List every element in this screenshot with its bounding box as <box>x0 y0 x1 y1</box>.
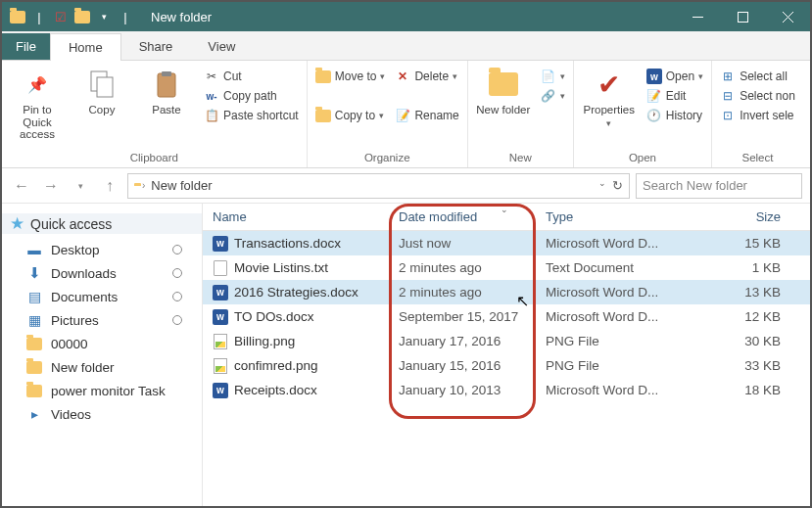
file-type: Microsoft Word D... <box>536 285 693 300</box>
sidebar-item-videos[interactable]: ▸Videos <box>2 402 202 426</box>
back-button[interactable]: ← <box>10 174 33 198</box>
sidebar-item-label: Downloads <box>51 266 117 281</box>
table-row[interactable]: wTO DOs.docxSeptember 15, 2017Microsoft … <box>203 304 810 329</box>
col-name[interactable]: Name <box>203 209 389 224</box>
paste-button[interactable]: Paste <box>139 65 194 116</box>
table-row[interactable]: wReceipts.docxJanuary 10, 2013Microsoft … <box>203 378 810 402</box>
col-size[interactable]: Size <box>693 209 810 224</box>
invert-selection-button[interactable]: ⊡Invert sele <box>720 108 795 123</box>
file-menu[interactable]: File <box>2 33 50 60</box>
word-icon: w <box>646 69 662 84</box>
table-row[interactable]: Billing.pngJanuary 17, 2016PNG File30 KB <box>203 329 810 353</box>
sidebar-quick-access[interactable]: ★ Quick access <box>2 213 202 234</box>
ribbon-group-open: ✔ Properties▾ wOpen ▾ 📝Edit 🕐History Ope… <box>574 61 712 167</box>
file-name: TO DOs.docx <box>234 309 314 324</box>
open-button[interactable]: wOpen ▾ <box>646 69 703 84</box>
copy-to-button[interactable]: Copy to ▾ <box>315 108 386 123</box>
sidebar-item-documents[interactable]: ▤Documents <box>2 285 202 308</box>
chevron-down-icon: ▾ <box>560 71 565 81</box>
new-folder-icon <box>488 69 519 100</box>
table-row[interactable]: confimred.pngJanuary 15, 2016PNG File33 … <box>203 353 810 378</box>
chevron-down-icon: ▾ <box>698 71 703 81</box>
col-type[interactable]: Type <box>536 209 693 224</box>
qat-dropdown[interactable]: ▾ <box>94 7 114 26</box>
cut-button[interactable]: ✂Cut <box>204 69 299 84</box>
breadcrumb[interactable]: New folder <box>151 178 212 193</box>
cut-icon: ✂ <box>204 69 219 84</box>
window-title: New folder <box>151 10 212 24</box>
svg-rect-5 <box>97 77 113 97</box>
folder-icon <box>25 383 43 398</box>
paste-shortcut-button[interactable]: 📋Paste shortcut <box>204 108 299 123</box>
column-headers: Name Date modified ⌄ Type Size <box>203 204 810 231</box>
edit-button[interactable]: 📝Edit <box>646 88 703 104</box>
svg-rect-0 <box>693 17 703 18</box>
minimize-button[interactable] <box>675 2 720 31</box>
table-row[interactable]: wTransactions.docxJust nowMicrosoft Word… <box>203 231 810 255</box>
recent-dropdown[interactable]: ▾ <box>69 174 92 198</box>
copy-path-button[interactable]: w-Copy path <box>204 88 299 104</box>
tab-share[interactable]: Share <box>121 33 191 60</box>
ribbon-tabs: File Home Share View <box>2 31 810 61</box>
sidebar-item-pictures[interactable]: ▦Pictures <box>2 308 202 332</box>
copy-button[interactable]: Copy <box>74 65 129 116</box>
folder-icon <box>72 7 92 26</box>
new-folder-button[interactable]: New folder <box>476 65 531 116</box>
new-item-button[interactable]: 📄▾ <box>541 69 565 84</box>
file-size: 1 KB <box>693 260 810 275</box>
file-size: 13 KB <box>693 285 810 300</box>
file-date: 2 minutes ago <box>389 285 536 300</box>
table-row[interactable]: Movie Listins.txt2 minutes agoText Docum… <box>203 255 810 280</box>
select-none-button[interactable]: ⊟Select non <box>720 88 795 104</box>
group-label: Select <box>720 150 795 167</box>
copy-to-icon <box>315 108 331 123</box>
chevron-down-icon: ▾ <box>379 111 384 120</box>
chevron-down-icon: ▾ <box>380 71 385 81</box>
select-all-button[interactable]: ⊞Select all <box>720 69 795 84</box>
sidebar-item-label: New folder <box>51 360 115 375</box>
move-to-button[interactable]: Move to ▾ <box>315 69 386 84</box>
svg-rect-7 <box>162 71 171 76</box>
col-date-modified[interactable]: Date modified ⌄ <box>389 209 536 224</box>
sidebar-item-desktop[interactable]: ▬Desktop <box>2 238 202 261</box>
file-date: 2 minutes ago <box>389 260 536 275</box>
pin-icon: 📌 <box>22 69 53 100</box>
star-icon: ★ <box>10 213 24 234</box>
sidebar-item-label: Pictures <box>51 313 99 328</box>
folder-icon <box>8 7 27 26</box>
title-bar: | ☑ ▾ | New folder <box>2 2 810 31</box>
delete-button[interactable]: ✕Delete ▾ <box>395 69 458 84</box>
group-label: New <box>476 150 565 167</box>
refresh-button[interactable]: ↻ <box>612 178 623 193</box>
close-button[interactable] <box>765 2 810 31</box>
forward-button[interactable]: → <box>39 174 63 198</box>
file-date: January 15, 2016 <box>389 358 536 373</box>
up-button[interactable]: ↑ <box>98 174 121 198</box>
word-icon: w <box>213 236 228 252</box>
easy-access-button[interactable]: 🔗▾ <box>541 88 565 104</box>
sidebar-item-00000[interactable]: 00000 <box>2 332 202 355</box>
address-dropdown[interactable]: ⌄ <box>598 178 606 193</box>
table-row[interactable]: w2016 Strategies.docx2 minutes agoMicros… <box>203 280 810 304</box>
new-item-icon: 📄 <box>541 69 556 84</box>
address-field[interactable]: ›New folder ⌄ ↻ <box>127 173 630 199</box>
check-icon[interactable]: ☑ <box>51 7 71 26</box>
maximize-button[interactable] <box>720 2 765 31</box>
tab-home[interactable]: Home <box>50 33 121 61</box>
address-bar: ← → ▾ ↑ ›New folder ⌄ ↻ Search New folde… <box>2 168 810 204</box>
sidebar-item-downloads[interactable]: ⬇Downloads <box>2 261 202 285</box>
file-type: Microsoft Word D... <box>536 383 693 397</box>
chevron-down-icon: ▾ <box>560 91 565 101</box>
folder-icon <box>25 336 43 351</box>
pin-quick-access-button[interactable]: 📌 Pin to Quick access <box>10 65 65 141</box>
chevron-down-icon: ⌄ <box>501 205 508 214</box>
sidebar-item-new-folder[interactable]: New folder <box>2 355 202 379</box>
properties-button[interactable]: ✔ Properties▾ <box>582 65 637 129</box>
sidebar-item-power-monitor-task[interactable]: power monitor Task <box>2 379 202 402</box>
word-icon: w <box>213 285 228 300</box>
delete-icon: ✕ <box>395 69 410 84</box>
search-input[interactable]: Search New folder <box>636 173 802 199</box>
rename-button[interactable]: 📝Rename <box>395 108 458 123</box>
tab-view[interactable]: View <box>190 33 253 60</box>
history-button[interactable]: 🕐History <box>646 108 703 123</box>
